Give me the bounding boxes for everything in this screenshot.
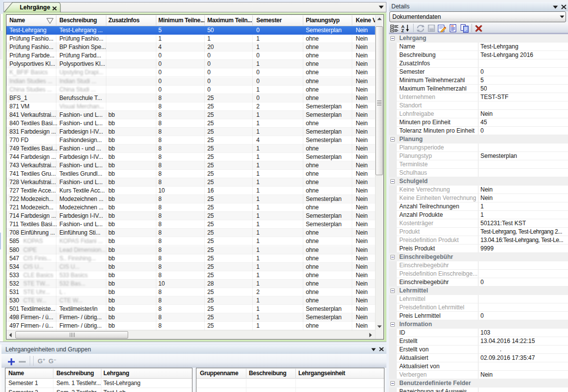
svg-text:Z: Z	[401, 28, 404, 33]
